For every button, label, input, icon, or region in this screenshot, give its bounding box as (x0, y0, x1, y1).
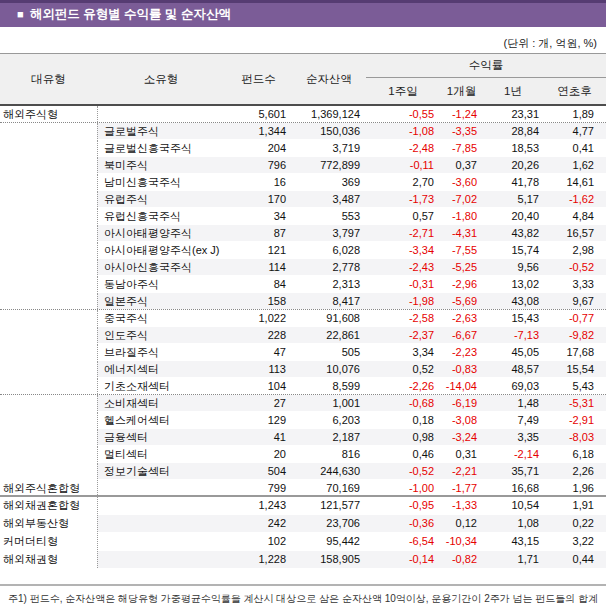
cell-minor-type: 브라질주식 (97, 344, 225, 360)
cell-return-ytd: -0,77 (543, 310, 606, 326)
cell-return-1y: -7,13 (483, 327, 543, 343)
cell-fund-count: 5,601 (225, 106, 292, 122)
cell-minor-type: 인도주식 (97, 327, 225, 343)
cell-major-type (0, 344, 97, 360)
cell-return-1y: -2,14 (483, 446, 543, 462)
cell-return-1w: -2,37 (366, 327, 440, 343)
cell-return-ytd: -2,91 (543, 412, 606, 428)
cell-return-1y: 15,43 (483, 310, 543, 326)
cell-net-assets: 3,487 (292, 191, 366, 207)
table-row: 멀티섹터208160,460,31-2,146,18 (0, 446, 606, 463)
cell-return-ytd: -9,82 (543, 327, 606, 343)
cell-return-1m: -4,31 (440, 225, 483, 241)
cell-return-1w: -2,71 (366, 225, 440, 241)
cell-return-ytd: 1,62 (543, 157, 606, 173)
cell-minor-type: 중국주식 (97, 310, 225, 326)
col-header-major-type: 대유형 (0, 54, 97, 104)
table-row: 아시아신흥국주식1142,778-2,43-5,259,56-0,52 (0, 259, 606, 276)
cell-fund-count: 129 (225, 412, 292, 428)
cell-minor-type: 남미신흥국주식 (97, 174, 225, 190)
cell-return-1m: -7,02 (440, 191, 483, 207)
cell-return-1m: -7,85 (440, 140, 483, 156)
cell-major-type (0, 174, 97, 190)
cell-return-1w: 0,46 (366, 446, 440, 462)
cell-fund-count: 34 (225, 208, 292, 224)
table-header: 대유형 소유형 펀드수 순자산액 수익률 1주일 1개월 1년 연초후 (0, 53, 606, 106)
cell-return-1m: -2,96 (440, 276, 483, 292)
table-row: 중국주식1,02291,608-2,58-2,6315,43-0,77 (0, 310, 606, 327)
footer-divider (0, 584, 606, 586)
cell-minor-type: 유럽주식 (97, 191, 225, 207)
cell-net-assets: 121,577 (292, 497, 366, 514)
cell-return-1m: -10,34 (440, 533, 483, 550)
cell-minor-type: 소비재섹터 (97, 395, 225, 411)
table-row: 글로벌신흥국주식2043,719-2,48-7,8518,530,41 (0, 140, 606, 157)
cell-major-type: 해외주식형 (0, 106, 97, 122)
table-row: 헬스케어섹터1296,2030,18-3,087,49-2,91 (0, 412, 606, 429)
cell-net-assets: 816 (292, 446, 366, 462)
cell-fund-count: 102 (225, 533, 292, 550)
cell-net-assets: 1,001 (292, 395, 366, 411)
cell-return-1w: 0,98 (366, 429, 440, 445)
cell-fund-count: 158 (225, 293, 292, 309)
cell-return-1m: -14,04 (440, 378, 483, 394)
cell-net-assets: 91,608 (292, 310, 366, 326)
cell-return-1w: -0,55 (366, 106, 440, 122)
cell-minor-type: 동남아주식 (97, 276, 225, 292)
cell-minor-type: 기초소재섹터 (97, 378, 225, 394)
cell-fund-count: 113 (225, 361, 292, 377)
cell-return-1y: 1,08 (483, 515, 543, 532)
cell-net-assets: 8,599 (292, 378, 366, 394)
table-row: 기초소재섹터1048,599-2,26-14,0469,035,43 (0, 378, 606, 395)
cell-return-1y: 28,84 (483, 123, 543, 139)
cell-return-1w: 0,57 (366, 208, 440, 224)
cell-minor-type: 일본주식 (97, 293, 225, 309)
cell-return-ytd: 4,77 (543, 123, 606, 139)
cell-return-1w: -1,98 (366, 293, 440, 309)
cell-return-1w: -0,52 (366, 463, 440, 479)
cell-net-assets: 505 (292, 344, 366, 360)
cell-major-type (0, 378, 97, 394)
cell-fund-count: 114 (225, 259, 292, 275)
cell-return-1w: -1,73 (366, 191, 440, 207)
cell-minor-type: 헬스케어섹터 (97, 412, 225, 428)
cell-return-ytd: 4,84 (543, 208, 606, 224)
cell-minor-type (97, 533, 225, 550)
cell-minor-type: 금융섹터 (97, 429, 225, 445)
cell-major-type (0, 208, 97, 224)
cell-return-1y: 1,48 (483, 395, 543, 411)
cell-return-1y: 18,53 (483, 140, 543, 156)
cell-fund-count: 504 (225, 463, 292, 479)
cell-net-assets: 3,797 (292, 225, 366, 241)
cell-return-1m: -3,35 (440, 123, 483, 139)
cell-minor-type (97, 515, 225, 532)
col-header-return-1m: 1개월 (440, 78, 483, 104)
cell-return-1y: 13,02 (483, 276, 543, 292)
cell-major-type (0, 412, 97, 428)
cell-major-type (0, 310, 97, 326)
cell-fund-count: 1,228 (225, 551, 292, 568)
cell-return-1y: 43,82 (483, 225, 543, 241)
cell-fund-count: 47 (225, 344, 292, 360)
cell-fund-count: 228 (225, 327, 292, 343)
cell-minor-type: 글로벌주식 (97, 123, 225, 139)
cell-return-1y: 41,78 (483, 174, 543, 190)
cell-major-type (0, 429, 97, 445)
cell-fund-count: 204 (225, 140, 292, 156)
cell-return-1w: 2,70 (366, 174, 440, 190)
cell-return-ytd: 0,41 (543, 140, 606, 156)
cell-return-1m: -3,08 (440, 412, 483, 428)
cell-return-1y: 43,15 (483, 533, 543, 550)
cell-return-1m: -0,82 (440, 551, 483, 568)
cell-return-1y: 69,03 (483, 378, 543, 394)
table-row: 소비재섹터271,001-0,68-6,191,48-5,31 (0, 395, 606, 412)
cell-return-1m: -2,63 (440, 310, 483, 326)
cell-minor-type: 아시아태평양주식 (97, 225, 225, 241)
table-row: 남미신흥국주식163692,70-3,6041,7814,61 (0, 174, 606, 191)
cell-fund-count: 1,344 (225, 123, 292, 139)
cell-major-type (0, 361, 97, 377)
cell-major-type (0, 276, 97, 292)
cell-return-1w: -3,34 (366, 242, 440, 258)
cell-net-assets: 8,417 (292, 293, 366, 309)
cell-return-1y: 45,05 (483, 344, 543, 360)
